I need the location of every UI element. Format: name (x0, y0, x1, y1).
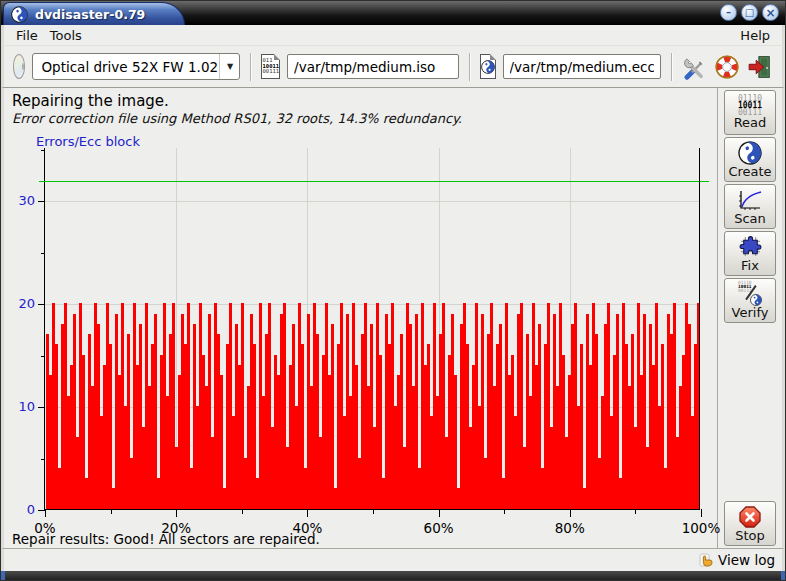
ecc-file-icon (480, 54, 496, 79)
scan-label: Scan (734, 212, 766, 226)
left-pane: Repairing the image. Error correction fi… (4, 88, 717, 548)
chevron-down-icon: ▼ (221, 62, 239, 71)
read-button[interactable]: 01110 10011 00111 Read (724, 90, 776, 135)
combo-divider (219, 54, 220, 79)
y-axis-tick (38, 510, 45, 511)
menu-tools[interactable]: Tools (44, 27, 88, 44)
scan-button[interactable]: Scan (724, 184, 776, 229)
drive-selector[interactable]: Optical drive 52X FW 1.02 ▼ (32, 53, 240, 80)
x-axis-minor-tick (635, 509, 636, 514)
ecc-file-input[interactable] (503, 54, 661, 79)
minimize-button[interactable]: – (720, 4, 737, 21)
error-bars (46, 148, 700, 509)
verify-compare-icon: 01110 10011 00111 (737, 281, 763, 306)
x-axis-label: 100% (671, 520, 731, 536)
preferences-button[interactable] (681, 53, 707, 81)
y-axis-tick (38, 407, 45, 408)
y-axis-tick (38, 201, 45, 202)
toolbar: Optical drive 52X FW 1.02 ▼ 011 10011 00… (1, 46, 785, 88)
app-logo-yinyang-icon (11, 6, 28, 23)
binary-row: 00111 (263, 69, 280, 75)
repair-results-text: Repair results: Good! All sectors are re… (4, 530, 717, 548)
create-label: Create (728, 165, 771, 179)
lifebuoy-icon (714, 54, 740, 80)
window-bottom-border (1, 571, 785, 580)
x-axis-label: 0% (15, 520, 75, 536)
footer: View log (1, 548, 785, 571)
x-axis-tick (45, 509, 46, 517)
puzzle-piece-icon (738, 234, 763, 259)
maximize-button[interactable]: □ (741, 4, 758, 21)
plot-right-boundary (699, 148, 700, 509)
x-axis-label: 40% (277, 520, 337, 536)
status-subtitle: Error correction file using Method RS01,… (12, 111, 709, 126)
drive-selector-value: Optical drive 52X FW 1.02 (41, 59, 218, 75)
x-axis-tick (570, 509, 571, 517)
main-content: Repairing the image. Error correction fi… (1, 88, 785, 548)
create-button[interactable]: Create (724, 137, 776, 182)
y-axis-minor-tick (41, 253, 45, 254)
pointing-hand-icon (699, 552, 715, 568)
x-axis-minor-tick (373, 509, 374, 514)
window-controls: – □ × (720, 4, 779, 21)
y-axis-minor-tick (41, 356, 45, 357)
menu-file[interactable]: File (10, 27, 44, 44)
app-window: dvdisaster-0.79 – □ × File Tools Help Op… (0, 0, 786, 581)
chart-title: Errors/Ecc block (36, 134, 140, 149)
x-axis-tick (307, 509, 308, 517)
yinyang-icon (481, 60, 495, 74)
x-axis-tick (176, 509, 177, 517)
x-axis-tick (701, 509, 702, 517)
x-axis-minor-tick (111, 509, 112, 514)
optical-disc-icon (13, 54, 25, 79)
read-label: Read (734, 116, 767, 130)
image-file-icon: 011 10011 00111 (261, 54, 281, 79)
stop-label: Stop (735, 529, 765, 543)
error-bar (109, 344, 112, 509)
yinyang-icon (738, 141, 762, 165)
menu-help[interactable]: Help (734, 27, 776, 44)
exit-door-icon (747, 54, 773, 80)
quit-button[interactable] (747, 53, 773, 81)
stop-button[interactable]: Stop (724, 501, 776, 546)
titlebar-tab[interactable]: dvdisaster-0.79 (3, 2, 185, 25)
y-axis-label: 0 (5, 502, 35, 517)
close-button[interactable]: × (762, 4, 779, 21)
error-bar (580, 344, 583, 509)
window-title: dvdisaster-0.79 (35, 7, 145, 22)
status-title: Repairing the image. (12, 92, 709, 110)
status-heading: Repairing the image. Error correction fi… (4, 88, 717, 132)
menubar: File Tools Help (1, 25, 785, 46)
yinyang-icon (750, 294, 762, 306)
verify-button[interactable]: 01110 10011 00111 Verify (724, 278, 776, 323)
y-axis-minor-tick (41, 150, 45, 151)
x-axis-label: 60% (409, 520, 469, 536)
plot-area: 01020300%20%40%60%80%100% (44, 148, 700, 510)
fix-button[interactable]: Fix (724, 231, 776, 276)
binary-sectors-icon: 01110 10011 00111 (738, 95, 762, 116)
fix-label: Fix (741, 259, 759, 273)
view-log-button[interactable]: View log (699, 552, 775, 568)
sidebar: 01110 10011 00111 Read Create Scan (717, 88, 782, 548)
view-log-label: View log (718, 552, 775, 568)
titlebar: dvdisaster-0.79 – □ × (1, 1, 785, 25)
y-axis-label: 30 (5, 193, 35, 208)
scan-curve-icon (737, 188, 763, 212)
chart-area: Errors/Ecc block 01020300%20%40%60%80%10… (4, 132, 717, 530)
tools-wrench-icon (681, 54, 707, 80)
y-axis-tick (38, 304, 45, 305)
threshold-line (39, 181, 709, 182)
y-axis-label: 10 (5, 399, 35, 414)
image-file-input[interactable] (287, 54, 459, 79)
help-button[interactable] (714, 53, 740, 81)
stop-octagon-icon (738, 505, 762, 529)
x-axis-label: 20% (146, 520, 206, 536)
y-axis-label: 20 (5, 296, 35, 311)
x-axis-minor-tick (242, 509, 243, 514)
error-bar (331, 324, 334, 509)
x-axis-tick (439, 509, 440, 517)
x-axis-label: 80% (540, 520, 600, 536)
y-axis-minor-tick (41, 459, 45, 460)
verify-label: Verify (732, 306, 769, 320)
x-axis-minor-tick (504, 509, 505, 514)
